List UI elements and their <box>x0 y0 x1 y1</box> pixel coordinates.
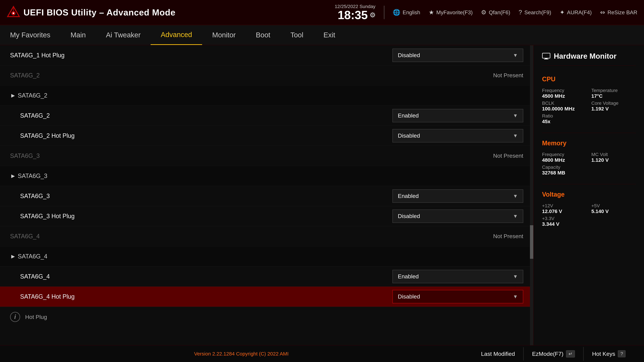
hw-memory-grid: Frequency 4800 MHz MC Volt 1.120 V Capac… <box>542 152 636 176</box>
hw-label: Capacity <box>542 165 586 170</box>
hw-value: 12.076 V <box>542 209 586 214</box>
row-label: ► SATA6G_4 <box>10 253 523 260</box>
hw-label: +12V <box>542 203 586 209</box>
search-icon: ? <box>519 9 522 16</box>
dropdown-sata6g4-hotplug[interactable]: Disabled ▼ <box>392 290 523 303</box>
settings-icon[interactable]: ⚙ <box>370 12 376 18</box>
hw-label: Ratio <box>542 113 586 119</box>
nav-advanced[interactable]: Advanced <box>150 25 202 45</box>
dropdown-arrow-icon: ▼ <box>513 133 518 139</box>
hw-value: 3.344 V <box>542 221 586 227</box>
row-sata6g4-section[interactable]: ► SATA6G_4 <box>0 246 533 267</box>
nav-monitor[interactable]: Monitor <box>202 25 246 45</box>
rog-logo: UEFI BIOS Utility – Advanced Mode <box>7 6 176 19</box>
bottom-bar: Version 2.22.1284 Copyright (C) 2022 AMI… <box>0 345 644 362</box>
row-label: SATA6G_2 <box>10 72 493 79</box>
row-sata6g3-info: SATA6G_3 Not Present <box>0 146 533 166</box>
row-sata6g4-hotplug[interactable]: SATA6G_4 Hot Plug Disabled ▼ <box>0 287 533 307</box>
dropdown-sata6g2-hotplug[interactable]: Disabled ▼ <box>392 129 523 142</box>
hw-value: 17°C <box>591 93 636 99</box>
dropdown-sata6g4[interactable]: Enabled ▼ <box>392 270 523 283</box>
dropdown-sata6g2[interactable]: Enabled ▼ <box>392 109 523 122</box>
row-sata6g1-hotplug[interactable]: SATA6G_1 Hot Plug Disabled ▼ <box>0 45 533 65</box>
ezmode-icon: ↵ <box>566 350 575 358</box>
header-divider <box>384 6 384 19</box>
aura-icon: ✦ <box>560 9 565 16</box>
hw-label: +3.3V <box>542 216 586 221</box>
row-label: SATA6G_4 <box>10 273 392 280</box>
version-text: Version 2.22.1284 Copyright (C) 2022 AMI <box>10 351 472 357</box>
dropdown-arrow-icon: ▼ <box>513 113 518 118</box>
row-label: SATA6G_2 Hot Plug <box>10 132 392 139</box>
main-layout: SATA6G_1 Hot Plug Disabled ▼ SATA6G_2 No… <box>0 45 644 345</box>
row-label: ► SATA6G_3 <box>10 172 523 179</box>
row-sata6g2-section[interactable]: ► SATA6G_2 <box>0 85 533 106</box>
toolbar-qfan[interactable]: ⚙ Qfan(F6) <box>481 9 510 16</box>
hw-value: 1.192 V <box>591 106 636 112</box>
hw-label: +5V <box>591 203 636 209</box>
hw-label: Frequency <box>542 152 586 157</box>
hw-value: 4500 MHz <box>542 93 586 99</box>
nav-bar: My Favorites Main Ai Tweaker Advanced Mo… <box>0 25 644 45</box>
dropdown-sata6g3-hotplug[interactable]: Disabled ▼ <box>392 210 523 223</box>
nav-boot[interactable]: Boot <box>246 25 280 45</box>
nav-main[interactable]: Main <box>60 25 96 45</box>
row-value: Not Present <box>493 152 523 159</box>
bottom-hotkeys[interactable]: Hot Keys ? <box>584 347 634 361</box>
nav-my-favorites[interactable]: My Favorites <box>0 25 60 45</box>
hw-cpu-title: CPU <box>542 76 636 83</box>
hw-label: Temperature <box>591 88 636 93</box>
toolbar-myfavorite[interactable]: ★ MyFavorite(F3) <box>429 9 473 16</box>
hw-value: 45x <box>542 119 586 124</box>
toolbar-aura[interactable]: ✦ AURA(F4) <box>560 9 592 16</box>
row-label: SATA6G_2 <box>10 112 392 119</box>
monitor-icon <box>542 53 550 59</box>
svg-point-2 <box>12 12 14 14</box>
row-value: Not Present <box>493 72 523 79</box>
row-sata6g3-section[interactable]: ► SATA6G_3 <box>0 166 533 186</box>
resize-icon: ⇔ <box>600 9 605 16</box>
info-icon: i <box>10 312 20 322</box>
hw-label: MC Volt <box>591 152 636 157</box>
dropdown-arrow-icon: ▼ <box>513 213 518 219</box>
nav-exit[interactable]: Exit <box>314 25 345 45</box>
rog-icon <box>7 6 20 19</box>
row-sata6g4[interactable]: SATA6G_4 Enabled ▼ <box>0 267 533 287</box>
toolbar-language[interactable]: 🌐 English <box>393 9 420 16</box>
hw-memory-title: Memory <box>542 140 636 147</box>
row-value: Not Present <box>493 233 523 240</box>
hw-value: 1.120 V <box>591 157 636 163</box>
toolbar-search[interactable]: ? Search(F9) <box>519 9 551 16</box>
hw-label: Core Voltage <box>591 100 636 106</box>
dropdown-arrow-icon: ▼ <box>513 294 518 300</box>
dropdown-sata6g1-hotplug[interactable]: Disabled ▼ <box>392 49 523 62</box>
hw-value: 100.0000 MHz <box>542 106 586 112</box>
bottom-ezmode[interactable]: EzMode(F7) ↵ <box>524 347 584 361</box>
row-label: SATA6G_1 Hot Plug <box>10 52 392 59</box>
time-display: 18:35 ⚙ <box>338 9 376 21</box>
nav-ai-tweaker[interactable]: Ai Tweaker <box>96 25 150 45</box>
row-sata6g3[interactable]: SATA6G_3 Enabled ▼ <box>0 186 533 206</box>
hw-label: BCLK <box>542 100 586 106</box>
row-label: SATA6G_3 <box>10 152 493 159</box>
row-sata6g2-hotplug[interactable]: SATA6G_2 Hot Plug Disabled ▼ <box>0 126 533 146</box>
svg-rect-5 <box>545 58 548 59</box>
row-label: ► SATA6G_2 <box>10 92 523 99</box>
star-icon: ★ <box>429 9 434 16</box>
dropdown-arrow-icon: ▼ <box>513 193 518 199</box>
scrollbar-thumb[interactable] <box>530 225 533 259</box>
nav-tool[interactable]: Tool <box>280 25 314 45</box>
hw-divider-1 <box>542 133 636 133</box>
row-sata6g3-hotplug[interactable]: SATA6G_3 Hot Plug Disabled ▼ <box>0 206 533 226</box>
hotkeys-badge: ? <box>618 350 626 357</box>
toolbar-resizebar[interactable]: ⇔ ReSize BAR <box>600 9 637 16</box>
row-sata6g4-info: SATA6G_4 Not Present <box>0 226 533 246</box>
row-label: SATA6G_3 <box>10 193 392 200</box>
hw-label: Frequency <box>542 88 586 93</box>
header-bar: UEFI BIOS Utility – Advanced Mode 12/25/… <box>0 0 644 25</box>
row-sata6g2[interactable]: SATA6G_2 Enabled ▼ <box>0 106 533 126</box>
scrollbar-track[interactable] <box>530 45 533 345</box>
hw-cpu-grid: Frequency 4500 MHz Temperature 17°C BCLK… <box>542 88 636 124</box>
bottom-last-modified[interactable]: Last Modified <box>472 347 524 361</box>
dropdown-sata6g3[interactable]: Enabled ▼ <box>392 189 523 203</box>
